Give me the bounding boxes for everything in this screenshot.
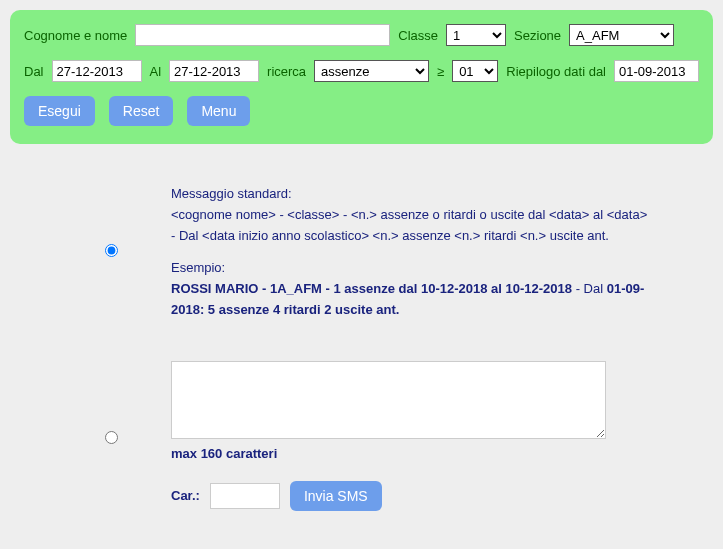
invia-sms-button[interactable]: Invia SMS	[290, 481, 382, 511]
char-count-row: Car.: Invia SMS	[171, 481, 606, 511]
al-label: Al	[150, 64, 162, 79]
sezione-select[interactable]: A_AFM	[569, 24, 674, 46]
classe-select[interactable]: 1	[446, 24, 506, 46]
gte-select[interactable]: 01	[452, 60, 498, 82]
menu-button[interactable]: Menu	[187, 96, 250, 126]
content-area: Messaggio standard: <cognome nome> - <cl…	[10, 144, 713, 549]
custom-message-textarea[interactable]	[171, 361, 606, 439]
cognome-label: Cognome e nome	[24, 28, 127, 43]
esempio-label: Esempio:	[171, 258, 651, 279]
standard-template: <cognome nome> - <classe> - <n.> assenze…	[171, 205, 651, 247]
custom-message-option: max 160 caratteri Car.: Invia SMS	[100, 361, 673, 511]
esempio-tail: - Dal	[572, 281, 607, 296]
max-chars-note: max 160 caratteri	[171, 446, 606, 461]
esempio-text: ROSSI MARIO - 1A_AFM - 1 assenze dal 10-…	[171, 279, 651, 321]
car-label: Car.:	[171, 488, 200, 503]
al-input[interactable]	[169, 60, 259, 82]
custom-radio[interactable]	[105, 431, 118, 444]
filter-panel: Cognome e nome Classe 1 Sezione A_AFM Da…	[10, 10, 713, 144]
standard-message-option: Messaggio standard: <cognome nome> - <cl…	[100, 184, 673, 321]
ricerca-select[interactable]: assenze	[314, 60, 429, 82]
riepilogo-label: Riepilogo dati dal	[506, 64, 606, 79]
reset-button[interactable]: Reset	[109, 96, 174, 126]
dal-label: Dal	[24, 64, 44, 79]
button-row: Esegui Reset Menu	[24, 96, 699, 126]
cognome-input[interactable]	[135, 24, 390, 46]
ricerca-label: ricerca	[267, 64, 306, 79]
car-input[interactable]	[210, 483, 280, 509]
classe-label: Classe	[398, 28, 438, 43]
gte-label: ≥	[437, 64, 444, 79]
esempio-bold1: ROSSI MARIO - 1A_AFM - 1 assenze dal 10-…	[171, 281, 572, 296]
filter-row-1: Cognome e nome Classe 1 Sezione A_AFM	[24, 24, 699, 46]
filter-row-2: Dal Al ricerca assenze ≥ 01 Riepilogo da…	[24, 60, 699, 82]
dal-input[interactable]	[52, 60, 142, 82]
riepilogo-input[interactable]	[614, 60, 699, 82]
custom-message-block: max 160 caratteri Car.: Invia SMS	[171, 361, 606, 511]
standard-message-block: Messaggio standard: <cognome nome> - <cl…	[171, 184, 651, 321]
standard-title: Messaggio standard:	[171, 184, 651, 205]
sezione-label: Sezione	[514, 28, 561, 43]
esegui-button[interactable]: Esegui	[24, 96, 95, 126]
standard-radio[interactable]	[105, 244, 118, 257]
